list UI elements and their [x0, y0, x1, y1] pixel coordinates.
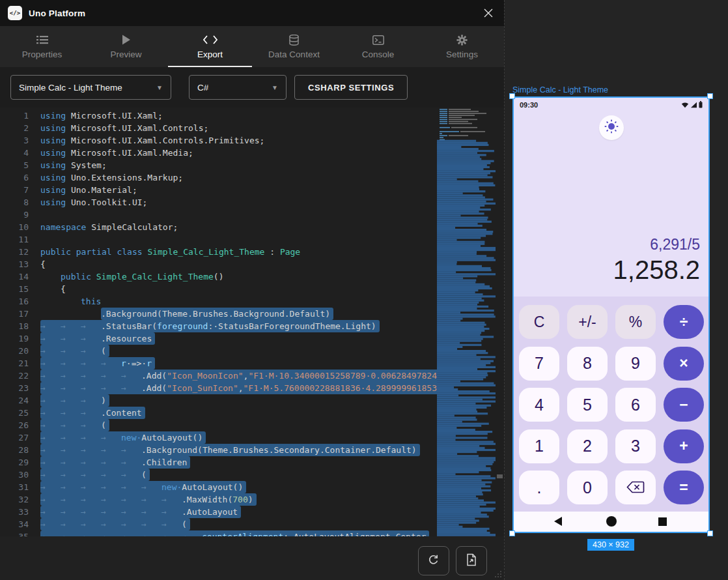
- size-badge: 430 × 932: [587, 539, 634, 551]
- calc-button-5[interactable]: 5: [567, 388, 608, 422]
- tab-console[interactable]: Console: [336, 26, 420, 67]
- code-line[interactable]: 4using Microsoft.UI.Xaml.Media;: [0, 147, 437, 159]
- code-line[interactable]: 14public Simple_Calc_Light_Theme(): [0, 270, 437, 283]
- export-to-file-button[interactable]: [456, 546, 487, 575]
- code-line[interactable]: 5using System;: [0, 159, 437, 171]
- tab-label: Preview: [110, 50, 141, 59]
- code-line[interactable]: 15{: [0, 283, 437, 295]
- line-number: 27: [12, 431, 29, 444]
- resize-grip-icon[interactable]: [492, 568, 503, 579]
- back-icon[interactable]: [554, 517, 562, 526]
- calc-button-9[interactable]: 9: [615, 347, 656, 381]
- calc-button-.[interactable]: .: [519, 471, 559, 504]
- refresh-button[interactable]: [418, 546, 449, 575]
- line-number: 32: [12, 493, 29, 506]
- code-line[interactable]: 8using Uno.Toolkit.UI;: [0, 196, 437, 209]
- tab-export[interactable]: Export: [168, 26, 252, 67]
- line-number: 24: [12, 394, 29, 407]
- title-bar: </> Uno Platform: [0, 0, 504, 26]
- line-number: 26: [12, 419, 29, 431]
- calc-button-1[interactable]: 1: [519, 429, 559, 463]
- line-number: 11: [12, 233, 29, 246]
- code-line[interactable]: 23→→→→→.Add("Icon_SunIcon","F1·M·5.76000…: [0, 382, 437, 394]
- code-line[interactable]: 32→→→→→→→.MaxWidth(700): [0, 493, 437, 506]
- calc-button-×[interactable]: ×: [664, 347, 704, 381]
- line-number: 2: [12, 122, 29, 134]
- close-icon[interactable]: [481, 6, 496, 20]
- selection-handle[interactable]: [707, 530, 713, 536]
- code-line[interactable]: 19→→→.Resources: [0, 332, 437, 345]
- refresh-icon: [427, 553, 440, 568]
- play-icon: [122, 34, 131, 46]
- properties-list-icon: [36, 34, 48, 46]
- calc-button-4[interactable]: 4: [519, 388, 559, 422]
- code-line[interactable]: 28→→→→→.Background(Theme.Brushes.Seconda…: [0, 444, 437, 456]
- export-toolbar: Simple Calc - Light Theme ▼ C# ▼ CSHARP …: [0, 67, 504, 108]
- calc-button-+/-[interactable]: +/-: [567, 305, 608, 339]
- code-line[interactable]: 30→→→→→(: [0, 469, 437, 481]
- code-line[interactable]: 6using Uno.Extensions.Markup;: [0, 171, 437, 184]
- calc-button-%[interactable]: %: [615, 305, 656, 339]
- calc-button-6[interactable]: 6: [615, 388, 656, 422]
- device-label[interactable]: Simple Calc - Light Theme: [512, 85, 608, 94]
- line-number: 31: [12, 481, 29, 493]
- code-line[interactable]: 13{: [0, 258, 437, 270]
- recents-icon[interactable]: [658, 517, 667, 526]
- sun-icon: [604, 119, 619, 136]
- code-line[interactable]: 33→→→→→→→.AutoLayout: [0, 506, 437, 518]
- calc-button-+[interactable]: +: [664, 429, 704, 463]
- calc-button-2[interactable]: 2: [567, 429, 608, 463]
- code-line[interactable]: 9: [0, 209, 437, 221]
- code-line[interactable]: 18→→→.StatusBar(foreground:·StatusBarFor…: [0, 320, 437, 332]
- code-editor[interactable]: 1using Microsoft.UI.Xaml;2using Microsof…: [0, 108, 504, 536]
- code-line[interactable]: 34→→→→→→→(: [0, 518, 437, 530]
- code-line[interactable]: 10namespace SimpleCalculator;: [0, 221, 437, 233]
- calc-button-3[interactable]: 3: [615, 429, 656, 463]
- home-icon[interactable]: [606, 516, 617, 527]
- line-number: 15: [12, 283, 29, 295]
- calc-button-7[interactable]: 7: [519, 347, 559, 381]
- code-line[interactable]: 31→→→→→→new·AutoLayout(): [0, 481, 437, 493]
- theme-toggle-button[interactable]: [599, 115, 624, 140]
- tab-data-context[interactable]: Data Context: [252, 26, 336, 67]
- tab-settings[interactable]: Settings: [420, 26, 504, 67]
- theme-select[interactable]: Simple Calc - Light Theme ▼: [10, 75, 171, 100]
- calc-button-backspace[interactable]: [615, 471, 656, 504]
- language-select[interactable]: C# ▼: [189, 75, 287, 100]
- code-line[interactable]: 26→→→(: [0, 419, 437, 431]
- code-line[interactable]: 2using Microsoft.UI.Xaml.Controls;: [0, 122, 437, 134]
- calc-button-8[interactable]: 8: [567, 347, 608, 381]
- calc-button-=[interactable]: =: [664, 471, 704, 504]
- scrollbar-thumb[interactable]: [497, 474, 503, 478]
- minimap[interactable]: [437, 108, 496, 536]
- code-line[interactable]: 29→→→→→.Children: [0, 456, 437, 469]
- selection-handle[interactable]: [509, 530, 515, 536]
- calc-button-−[interactable]: −: [664, 388, 704, 422]
- code-line[interactable]: 25→→→.Content: [0, 407, 437, 419]
- code-line[interactable]: 35→→→→→→→→counterAlignment:·AutoLayoutAl…: [0, 530, 437, 536]
- csharp-settings-button[interactable]: CSHARP SETTINGS: [294, 75, 408, 100]
- code-line[interactable]: 7using Uno.Material;: [0, 184, 437, 196]
- tab-properties[interactable]: Properties: [0, 26, 84, 67]
- status-icons: [681, 99, 703, 111]
- code-line[interactable]: 12public partial class Simple_Calc_Light…: [0, 246, 437, 258]
- selection-handle[interactable]: [509, 93, 515, 99]
- signal-icon: [690, 99, 697, 111]
- selection-handle[interactable]: [707, 93, 713, 99]
- code-line[interactable]: 27→→→→new·AutoLayout(): [0, 431, 437, 444]
- code-line[interactable]: 3using Microsoft.UI.Xaml.Controls.Primit…: [0, 134, 437, 147]
- calc-button-÷[interactable]: ÷: [664, 305, 704, 339]
- tab-preview[interactable]: Preview: [84, 26, 168, 67]
- line-number: 14: [12, 270, 29, 283]
- code-line[interactable]: 17.Background(Theme.Brushes.Background.D…: [0, 308, 437, 320]
- code-line[interactable]: 16this: [0, 295, 437, 308]
- code-line[interactable]: 20→→→(: [0, 345, 437, 357]
- code-line[interactable]: 22→→→→→.Add("Icon_MoonIcon","F1·M·10.340…: [0, 370, 437, 382]
- code-line[interactable]: 24→→→): [0, 394, 437, 407]
- device-frame[interactable]: 09:30: [512, 96, 710, 533]
- calc-button-C[interactable]: C: [519, 305, 559, 339]
- code-line[interactable]: 21→→→→r·=>·r: [0, 357, 437, 370]
- code-line[interactable]: 11: [0, 233, 437, 246]
- code-line[interactable]: 1using Microsoft.UI.Xaml;: [0, 109, 437, 122]
- calc-button-0[interactable]: 0: [567, 471, 608, 504]
